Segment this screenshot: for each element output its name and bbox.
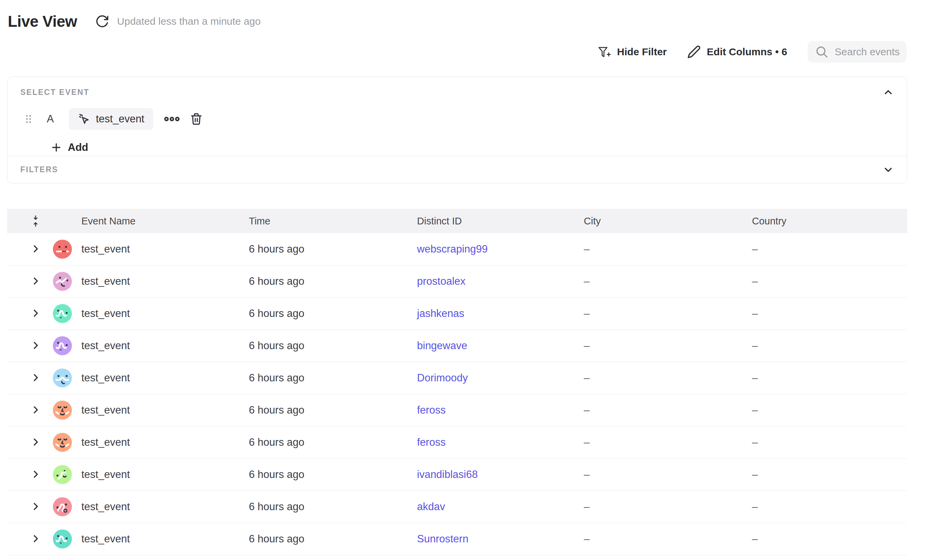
table-header: Event Name Time Distinct ID City Country (7, 209, 907, 233)
distinct-id-link[interactable]: Dorimoody (417, 372, 468, 384)
expand-row-button[interactable] (28, 467, 43, 482)
collapse-all-rows-button[interactable] (28, 214, 43, 228)
table-row: test_event6 hours agojashkenas–– (7, 298, 907, 330)
time-cell: 6 hours ago (249, 372, 417, 384)
cursor-click-icon (78, 112, 91, 125)
time-cell: 6 hours ago (249, 340, 417, 352)
chevron-right-icon (31, 308, 41, 319)
user-avatar (52, 465, 72, 485)
column-header-event-name[interactable]: Event Name (82, 215, 249, 227)
table-row: test_event6 hours agoSunrostern–– (7, 523, 907, 555)
edit-columns-label: Edit Columns • 6 (707, 46, 787, 58)
distinct-id-link[interactable]: feross (417, 404, 445, 416)
add-event-button[interactable]: Add (50, 142, 88, 154)
refresh-button[interactable] (95, 14, 109, 29)
country-cell: – (752, 275, 907, 288)
event-chip-label: test_event (96, 113, 145, 125)
select-event-section: SELECT EVENT A test_event (8, 77, 907, 156)
event-name-cell: test_event (82, 308, 249, 320)
chevron-right-icon (31, 534, 41, 545)
expand-filters-button[interactable] (882, 164, 894, 175)
city-cell: – (584, 308, 752, 320)
delete-event-button[interactable] (190, 112, 203, 126)
time-cell: 6 hours ago (249, 533, 417, 545)
column-header-city[interactable]: City (584, 215, 752, 227)
plus-icon (50, 142, 62, 154)
distinct-id-link[interactable]: Sunrostern (417, 533, 468, 545)
event-name-cell: test_event (82, 275, 249, 288)
distinct-id-link[interactable]: prostoalex (417, 275, 465, 287)
expand-row-button[interactable] (28, 242, 43, 257)
expand-row-button[interactable] (28, 403, 43, 418)
add-button-label: Add (68, 142, 88, 154)
expand-row-button[interactable] (28, 371, 43, 385)
expand-row-button[interactable] (28, 435, 43, 450)
time-cell: 6 hours ago (249, 501, 417, 513)
filter-plus-icon (597, 45, 611, 58)
city-cell: – (584, 533, 752, 545)
user-avatar (52, 400, 72, 420)
chevron-right-icon (31, 244, 41, 255)
user-avatar (52, 336, 72, 355)
city-cell: – (584, 501, 752, 513)
chevron-right-icon (31, 437, 41, 448)
country-cell: – (752, 340, 907, 352)
event-name-cell: test_event (82, 372, 249, 384)
table-row: test_event6 hours agoDorimoody–– (7, 362, 907, 394)
distinct-id-link[interactable]: webscraping99 (417, 243, 488, 255)
country-cell: – (752, 404, 907, 416)
column-header-distinct-id[interactable]: Distinct ID (417, 215, 584, 227)
expand-row-button[interactable] (28, 306, 43, 321)
city-cell: – (584, 275, 752, 288)
search-icon (815, 45, 828, 58)
chevron-right-icon (31, 469, 41, 480)
hide-filter-button[interactable]: Hide Filter (597, 41, 667, 63)
user-avatar (52, 497, 72, 517)
event-name-cell: test_event (82, 468, 249, 481)
page-title: Live View (8, 12, 77, 31)
expand-row-button[interactable] (28, 499, 43, 514)
search-box[interactable] (808, 41, 907, 63)
distinct-id-link[interactable]: ivandiblasi68 (417, 468, 478, 480)
drag-handle-icon[interactable] (25, 114, 32, 124)
event-name-cell: test_event (82, 340, 249, 352)
distinct-id-link[interactable]: feross (417, 436, 445, 448)
country-cell: – (752, 436, 907, 448)
time-cell: 6 hours ago (249, 243, 417, 255)
expand-row-button[interactable] (28, 532, 43, 546)
expand-row-button[interactable] (28, 338, 43, 353)
edit-columns-button[interactable]: Edit Columns • 6 (687, 41, 787, 63)
table-body: test_event6 hours agowebscraping99––test… (7, 233, 907, 555)
user-avatar (52, 432, 72, 452)
city-cell: – (584, 340, 752, 352)
query-builder-panel: SELECT EVENT A test_event (7, 77, 907, 183)
time-cell: 6 hours ago (249, 275, 417, 288)
filters-section: FILTERS (8, 156, 907, 183)
select-event-label: SELECT EVENT (20, 88, 89, 97)
chevron-right-icon (31, 502, 41, 512)
toolbar: Hide Filter Edit Columns • 6 (597, 41, 907, 63)
collapse-section-button[interactable] (882, 86, 894, 98)
pencil-icon (687, 45, 701, 58)
distinct-id-link[interactable]: jashkenas (417, 308, 465, 319)
chevron-up-icon (882, 86, 894, 98)
search-input[interactable] (835, 46, 906, 58)
country-cell: – (752, 308, 907, 320)
user-avatar (52, 304, 72, 323)
event-select-chip[interactable]: test_event (69, 108, 153, 130)
filters-label: FILTERS (20, 165, 58, 174)
distinct-id-link[interactable]: bingewave (417, 340, 467, 352)
event-name-cell: test_event (82, 404, 249, 416)
chevron-right-icon (31, 276, 41, 287)
expand-row-button[interactable] (28, 274, 43, 289)
chevron-down-icon (882, 164, 894, 175)
time-cell: 6 hours ago (249, 468, 417, 481)
chevron-right-icon (31, 405, 41, 416)
table-row: test_event6 hours agofeross–– (7, 394, 907, 426)
column-header-country[interactable]: Country (752, 215, 907, 227)
event-more-options-button[interactable] (164, 115, 180, 123)
distinct-id-link[interactable]: akdav (417, 501, 445, 512)
event-name-cell: test_event (82, 533, 249, 545)
column-header-time[interactable]: Time (249, 215, 417, 227)
table-row: test_event6 hours agobingewave–– (7, 330, 907, 362)
